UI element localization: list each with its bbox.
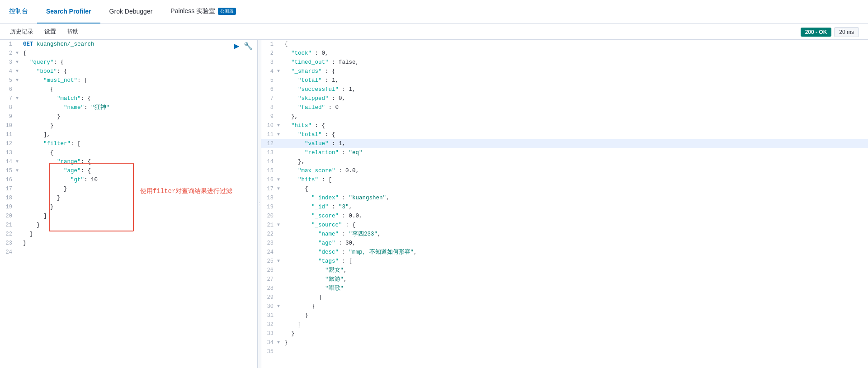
- right-line-21: 21 ▼ "_source" : {: [261, 221, 868, 230]
- code-line-23: 23 }: [0, 239, 257, 248]
- right-line-11: 11 ▼ "total" : {: [261, 130, 868, 139]
- right-line-33: 33 }: [261, 329, 868, 338]
- right-line-18: 18 "_index" : "kuangshen",: [261, 193, 868, 203]
- code-line-15: 15 ▼ "age": {: [0, 166, 257, 175]
- code-line-1: 1 GET kuangshen/_search: [0, 40, 257, 49]
- editor-toolbar: ▶ 🔧: [233, 41, 254, 51]
- tab-console[interactable]: 控制台: [0, 0, 37, 24]
- right-line-6: 6 "successful" : 1,: [261, 85, 868, 94]
- right-line-9: 9 },: [261, 112, 868, 121]
- code-line-20: 20 ]: [0, 212, 257, 221]
- code-line-18: 18 }: [0, 193, 257, 203]
- right-line-27: 27 "旅游",: [261, 275, 868, 284]
- right-line-28: 28 "唱歌": [261, 284, 868, 293]
- history-button[interactable]: 历史记录: [5, 26, 38, 38]
- right-line-15: 15 "max_score" : 0.0,: [261, 166, 868, 175]
- right-line-20: 20 "_score" : 0.0,: [261, 212, 868, 221]
- code-line-12: 12 "filter": [: [0, 139, 257, 148]
- right-line-22: 22 "name" : "李四233",: [261, 230, 868, 239]
- code-line-24: 24: [0, 248, 257, 257]
- main-content: ▶ 🔧 使用filter对查询结果进行过滤 1 GET kuangshen/_s…: [0, 40, 868, 368]
- right-line-24: 24 "desc" : "mmp, 不知道如何形容",: [261, 248, 868, 257]
- tab-search-profiler[interactable]: Search Profiler: [37, 0, 100, 24]
- right-line-3: 3 "timed_out" : false,: [261, 58, 868, 67]
- left-editor[interactable]: ▶ 🔧 使用filter对查询结果进行过滤 1 GET kuangshen/_s…: [0, 40, 257, 368]
- right-line-19: 19 "_id" : "3",: [261, 203, 868, 212]
- right-line-31: 31 }: [261, 311, 868, 320]
- right-line-13: 13 "relation" : "eq": [261, 148, 868, 157]
- run-button[interactable]: ▶: [233, 41, 240, 51]
- right-line-30: 30 ▼ }: [261, 302, 868, 311]
- code-line-14: 14 ▼ "range": {: [0, 157, 257, 166]
- status-time-badge: 20 ms: [834, 27, 859, 37]
- help-button[interactable]: 帮助: [62, 26, 83, 38]
- right-line-4: 4 ▼ "_shards" : {: [261, 67, 868, 76]
- right-line-7: 7 "skipped" : 0,: [261, 94, 868, 103]
- code-line-4: 4 ▼ "bool": {: [0, 67, 257, 76]
- tab-painless-lab[interactable]: Painless 实验室 公测版: [161, 0, 245, 24]
- code-line-6: 6 {: [0, 85, 257, 94]
- code-line-5: 5 ▼ "must_not": [: [0, 76, 257, 85]
- right-line-29: 29 ]: [261, 293, 868, 302]
- code-line-11: 11 ],: [0, 130, 257, 139]
- code-line-8: 8 "name": "狂神": [0, 103, 257, 112]
- right-line-23: 23 "age" : 30,: [261, 239, 868, 248]
- right-line-5: 5 "total" : 1,: [261, 76, 868, 85]
- right-line-25: 25 ▼ "tags" : [: [261, 257, 868, 266]
- right-line-2: 2 "took" : 0,: [261, 49, 868, 58]
- code-line-21: 21 }: [0, 221, 257, 230]
- code-line-22: 22 }: [0, 230, 257, 239]
- code-line-3: 3 ▼ "query": {: [0, 58, 257, 67]
- status-bar: 200 - OK 20 ms: [801, 27, 859, 37]
- right-line-12: 12 "value" : 1,: [261, 139, 868, 148]
- settings-button[interactable]: 设置: [40, 26, 61, 38]
- right-editor-panel[interactable]: 1 { 2 "took" : 0, 3 "timed_out" : false,…: [261, 40, 868, 368]
- wrench-button[interactable]: 🔧: [243, 41, 254, 51]
- top-nav: 控制台 Search Profiler Grok Debugger Painle…: [0, 0, 868, 24]
- secondary-nav: 历史记录 设置 帮助: [0, 24, 868, 40]
- right-line-17: 17 ▼ {: [261, 184, 868, 193]
- right-line-26: 26 "親女",: [261, 266, 868, 275]
- code-line-17: 17 }: [0, 184, 257, 193]
- right-line-32: 32 ]: [261, 320, 868, 329]
- right-line-16: 16 ▼ "hits" : [: [261, 175, 868, 184]
- left-editor-panel: ▶ 🔧 使用filter对查询结果进行过滤 1 GET kuangshen/_s…: [0, 40, 258, 368]
- right-line-8: 8 "failed" : 0: [261, 103, 868, 112]
- code-line-7: 7 ▼ "match": {: [0, 94, 257, 103]
- status-ok-badge: 200 - OK: [801, 28, 832, 37]
- right-line-14: 14 },: [261, 157, 868, 166]
- code-line-19: 19 }: [0, 203, 257, 212]
- right-line-1: 1 {: [261, 40, 868, 49]
- tab-grok-debugger[interactable]: Grok Debugger: [100, 0, 162, 24]
- code-line-2: 2 ▼ {: [0, 49, 257, 58]
- panel-divider[interactable]: ⋮: [258, 40, 261, 368]
- code-line-13: 13 {: [0, 148, 257, 157]
- code-line-10: 10 }: [0, 121, 257, 130]
- code-line-9: 9 }: [0, 112, 257, 121]
- beta-badge: 公测版: [218, 8, 236, 15]
- right-line-35: 35: [261, 347, 868, 356]
- code-line-16: 16 "gt": 10: [0, 175, 257, 184]
- right-line-10: 10 ▼ "hits" : {: [261, 121, 868, 130]
- right-line-34: 34 ▼ }: [261, 338, 868, 347]
